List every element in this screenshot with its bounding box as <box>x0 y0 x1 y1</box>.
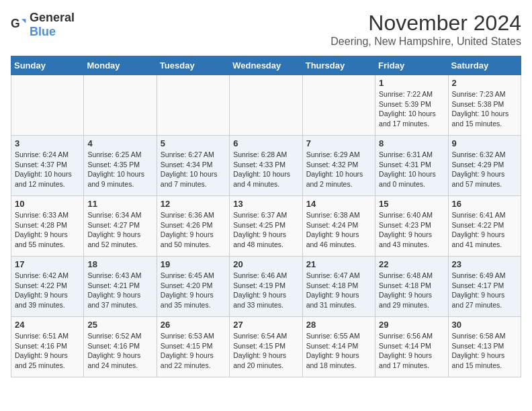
day-info: Sunrise: 6:42 AMSunset: 4:22 PMDaylight:… <box>15 271 80 310</box>
day-cell: 11Sunrise: 6:34 AMSunset: 4:27 PMDayligh… <box>84 196 157 257</box>
day-cell: 14Sunrise: 6:38 AMSunset: 4:24 PMDayligh… <box>302 196 375 257</box>
day-cell: 28Sunrise: 6:55 AMSunset: 4:14 PMDayligh… <box>302 317 375 377</box>
svg-text:G: G <box>11 17 20 30</box>
title-area: November 2024 Deering, New Hampshire, Un… <box>330 11 521 48</box>
day-info: Sunrise: 6:55 AMSunset: 4:14 PMDaylight:… <box>306 331 371 371</box>
day-info: Sunrise: 6:28 AMSunset: 4:33 PMDaylight:… <box>233 150 298 189</box>
svg-marker-1 <box>21 19 26 23</box>
day-cell: 23Sunrise: 6:49 AMSunset: 4:17 PMDayligh… <box>448 257 521 317</box>
day-number: 23 <box>452 259 517 269</box>
day-info: Sunrise: 6:49 AMSunset: 4:17 PMDaylight:… <box>452 271 517 310</box>
day-number: 8 <box>379 138 444 148</box>
day-cell: 19Sunrise: 6:45 AMSunset: 4:20 PMDayligh… <box>157 257 229 317</box>
week-row-2: 10Sunrise: 6:33 AMSunset: 4:28 PMDayligh… <box>11 196 521 257</box>
day-number: 19 <box>161 259 226 269</box>
day-number: 26 <box>161 320 226 330</box>
main-title: November 2024 <box>330 11 521 36</box>
day-cell: 5Sunrise: 6:27 AMSunset: 4:34 PMDaylight… <box>157 136 229 196</box>
day-cell: 26Sunrise: 6:53 AMSunset: 4:15 PMDayligh… <box>157 317 229 377</box>
day-number: 17 <box>15 259 80 269</box>
day-cell: 16Sunrise: 6:41 AMSunset: 4:22 PMDayligh… <box>448 196 521 257</box>
col-header-thursday: Thursday <box>302 56 375 75</box>
calendar-table: SundayMondayTuesdayWednesdayThursdayFrid… <box>11 56 521 377</box>
day-info: Sunrise: 6:41 AMSunset: 4:22 PMDaylight:… <box>452 210 517 250</box>
day-info: Sunrise: 7:22 AMSunset: 5:39 PMDaylight:… <box>379 89 444 129</box>
day-number: 30 <box>452 320 517 330</box>
day-cell: 7Sunrise: 6:29 AMSunset: 4:32 PMDaylight… <box>302 136 375 196</box>
day-number: 13 <box>233 199 298 209</box>
day-info: Sunrise: 6:40 AMSunset: 4:23 PMDaylight:… <box>379 210 444 250</box>
day-info: Sunrise: 6:36 AMSunset: 4:26 PMDaylight:… <box>161 210 226 250</box>
day-number: 16 <box>452 199 517 209</box>
week-row-3: 17Sunrise: 6:42 AMSunset: 4:22 PMDayligh… <box>11 257 521 317</box>
logo: G General Blue <box>11 11 75 39</box>
day-number: 29 <box>379 320 444 330</box>
day-info: Sunrise: 6:56 AMSunset: 4:14 PMDaylight:… <box>379 331 444 371</box>
day-info: Sunrise: 6:32 AMSunset: 4:29 PMDaylight:… <box>452 150 517 189</box>
day-cell: 6Sunrise: 6:28 AMSunset: 4:33 PMDaylight… <box>230 136 302 196</box>
col-header-monday: Monday <box>84 56 157 75</box>
day-number: 25 <box>87 320 152 330</box>
week-row-0: 1Sunrise: 7:22 AMSunset: 5:39 PMDaylight… <box>11 75 521 136</box>
day-cell: 17Sunrise: 6:42 AMSunset: 4:22 PMDayligh… <box>11 257 84 317</box>
col-header-wednesday: Wednesday <box>230 56 302 75</box>
day-info: Sunrise: 6:38 AMSunset: 4:24 PMDaylight:… <box>306 210 371 250</box>
day-number: 5 <box>161 138 226 148</box>
day-number: 28 <box>306 320 371 330</box>
day-info: Sunrise: 6:52 AMSunset: 4:16 PMDaylight:… <box>87 331 152 371</box>
day-cell: 20Sunrise: 6:46 AMSunset: 4:19 PMDayligh… <box>230 257 302 317</box>
day-cell: 10Sunrise: 6:33 AMSunset: 4:28 PMDayligh… <box>11 196 84 257</box>
day-cell: 2Sunrise: 7:23 AMSunset: 5:38 PMDaylight… <box>448 75 521 136</box>
day-number: 14 <box>306 199 371 209</box>
day-number: 20 <box>233 259 298 269</box>
week-row-4: 24Sunrise: 6:51 AMSunset: 4:16 PMDayligh… <box>11 317 521 377</box>
day-info: Sunrise: 6:47 AMSunset: 4:18 PMDaylight:… <box>306 271 371 310</box>
day-cell <box>11 75 84 136</box>
day-cell: 1Sunrise: 7:22 AMSunset: 5:39 PMDaylight… <box>375 75 448 136</box>
day-number: 21 <box>306 259 371 269</box>
day-info: Sunrise: 7:23 AMSunset: 5:38 PMDaylight:… <box>452 89 517 129</box>
day-cell: 8Sunrise: 6:31 AMSunset: 4:31 PMDaylight… <box>375 136 448 196</box>
day-info: Sunrise: 6:58 AMSunset: 4:13 PMDaylight:… <box>452 331 517 371</box>
day-info: Sunrise: 6:51 AMSunset: 4:16 PMDaylight:… <box>15 331 80 371</box>
logo-general-text: General <box>30 11 75 24</box>
col-header-sunday: Sunday <box>11 56 84 75</box>
day-number: 2 <box>452 78 517 88</box>
day-number: 6 <box>233 138 298 148</box>
week-row-1: 3Sunrise: 6:24 AMSunset: 4:37 PMDaylight… <box>11 136 521 196</box>
col-header-friday: Friday <box>375 56 448 75</box>
day-info: Sunrise: 6:37 AMSunset: 4:25 PMDaylight:… <box>233 210 298 250</box>
header-row: SundayMondayTuesdayWednesdayThursdayFrid… <box>11 56 521 75</box>
day-cell: 15Sunrise: 6:40 AMSunset: 4:23 PMDayligh… <box>375 196 448 257</box>
col-header-saturday: Saturday <box>448 56 521 75</box>
day-cell: 25Sunrise: 6:52 AMSunset: 4:16 PMDayligh… <box>84 317 157 377</box>
day-cell: 3Sunrise: 6:24 AMSunset: 4:37 PMDaylight… <box>11 136 84 196</box>
day-info: Sunrise: 6:53 AMSunset: 4:15 PMDaylight:… <box>161 331 226 371</box>
day-number: 4 <box>87 138 152 148</box>
day-cell: 18Sunrise: 6:43 AMSunset: 4:21 PMDayligh… <box>84 257 157 317</box>
day-info: Sunrise: 6:43 AMSunset: 4:21 PMDaylight:… <box>87 271 152 310</box>
subtitle: Deering, New Hampshire, United States <box>330 36 521 48</box>
day-cell: 12Sunrise: 6:36 AMSunset: 4:26 PMDayligh… <box>157 196 229 257</box>
day-cell <box>157 75 229 136</box>
day-info: Sunrise: 6:31 AMSunset: 4:31 PMDaylight:… <box>379 150 444 189</box>
day-info: Sunrise: 6:29 AMSunset: 4:32 PMDaylight:… <box>306 150 371 189</box>
day-info: Sunrise: 6:27 AMSunset: 4:34 PMDaylight:… <box>161 150 226 189</box>
day-number: 12 <box>161 199 226 209</box>
day-number: 18 <box>87 259 152 269</box>
day-number: 15 <box>379 199 444 209</box>
day-info: Sunrise: 6:54 AMSunset: 4:15 PMDaylight:… <box>233 331 298 371</box>
day-info: Sunrise: 6:34 AMSunset: 4:27 PMDaylight:… <box>87 210 152 250</box>
day-number: 27 <box>233 320 298 330</box>
day-cell <box>302 75 375 136</box>
day-cell: 9Sunrise: 6:32 AMSunset: 4:29 PMDaylight… <box>448 136 521 196</box>
day-number: 11 <box>87 199 152 209</box>
day-cell: 4Sunrise: 6:25 AMSunset: 4:35 PMDaylight… <box>84 136 157 196</box>
day-cell <box>230 75 302 136</box>
day-info: Sunrise: 6:48 AMSunset: 4:18 PMDaylight:… <box>379 271 444 310</box>
day-number: 1 <box>379 78 444 88</box>
day-number: 9 <box>452 138 517 148</box>
col-header-tuesday: Tuesday <box>157 56 229 75</box>
day-info: Sunrise: 6:33 AMSunset: 4:28 PMDaylight:… <box>15 210 80 250</box>
day-number: 24 <box>15 320 80 330</box>
